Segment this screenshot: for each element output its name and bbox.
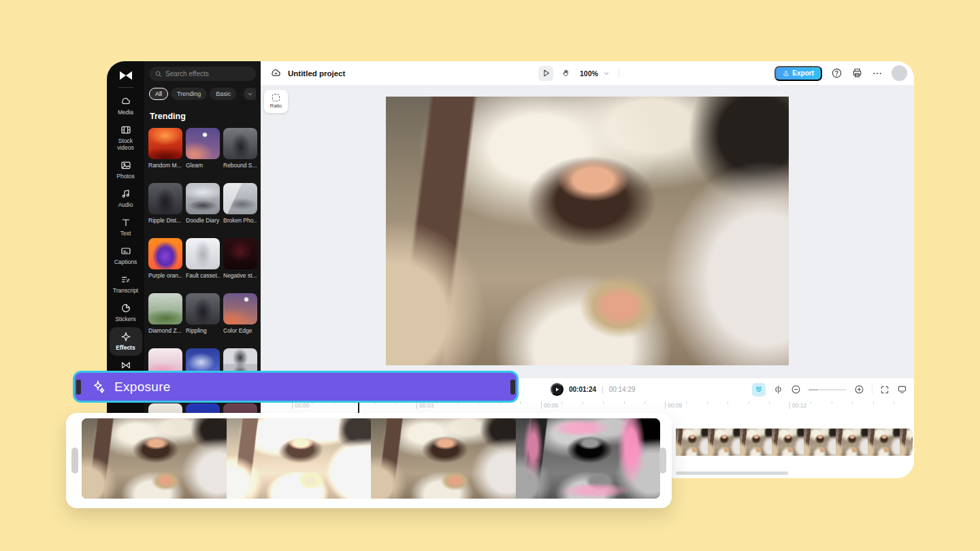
more-button[interactable] (872, 68, 883, 79)
effect-thumbnail[interactable] (148, 183, 182, 214)
video-track-clip[interactable] (676, 429, 913, 456)
sidebar-item-text[interactable]: Text (110, 213, 142, 241)
avatar[interactable] (892, 65, 907, 81)
clip-trim-handle-left[interactable] (76, 380, 81, 395)
effect-clip-label: Exposure (114, 380, 171, 395)
effect-item[interactable]: Doodle Diary (186, 183, 220, 224)
effect-label: Negative st... (223, 272, 257, 279)
effect-thumbnail[interactable] (223, 238, 257, 269)
capcut-logo-icon (118, 69, 133, 82)
sidebar-item-label: Text (120, 230, 131, 237)
stock-videos-icon (120, 124, 131, 135)
effect-label: Color Edge (223, 327, 257, 334)
cloud-sync-icon[interactable] (270, 67, 282, 79)
sidebar-item-captions[interactable]: Captions (110, 241, 142, 270)
time-separator: | (602, 386, 604, 393)
sidebar-item-label: Media (118, 109, 133, 116)
fit-timeline-button[interactable] (880, 385, 889, 395)
ratio-button[interactable]: Ratio (264, 90, 288, 113)
zoom-out-icon (791, 384, 801, 395)
sidebar-item-effects[interactable]: Effects (110, 327, 142, 356)
play-button[interactable] (551, 383, 564, 396)
ruler-tick: 00:03 (416, 402, 434, 409)
ratio-icon (272, 94, 280, 101)
effect-thumbnail[interactable] (186, 183, 220, 214)
card-handle-right[interactable] (659, 448, 666, 473)
screen-size-button[interactable] (897, 384, 907, 395)
filmstrip-frame[interactable] (82, 418, 227, 499)
card-handle-left[interactable] (71, 448, 78, 473)
effect-thumbnail[interactable] (186, 293, 220, 324)
timeline-scrollbar[interactable] (676, 471, 788, 475)
effect-thumbnail[interactable] (148, 238, 182, 269)
sidebar-item-media[interactable]: Media (110, 92, 142, 120)
snap-magnet-button[interactable] (752, 383, 766, 397)
filter-chip[interactable]: All (149, 88, 168, 100)
effect-thumbnail[interactable] (148, 128, 182, 159)
select-cursor-icon (542, 69, 551, 78)
photos-icon (120, 160, 131, 171)
filter-chip[interactable]: Trending (171, 88, 207, 100)
timeline-zoom-slider[interactable] (808, 389, 847, 390)
zoom-level[interactable]: 100% (580, 69, 598, 78)
media-icon (120, 96, 131, 107)
filter-chip[interactable]: Basic (210, 88, 237, 100)
frame-image (516, 418, 661, 499)
chevron-down-icon (247, 91, 253, 97)
filmstrip-frame[interactable] (227, 418, 372, 499)
export-button[interactable]: Export (774, 66, 822, 81)
effect-thumbnail[interactable] (186, 128, 220, 159)
effect-item[interactable]: Fault casset... (186, 238, 220, 279)
effect-item[interactable]: Purple oran... (148, 238, 182, 279)
filmstrip-frame[interactable] (516, 418, 661, 499)
effect-item[interactable]: Rippling (186, 293, 220, 334)
effect-thumbnail[interactable] (223, 183, 257, 214)
effect-thumbnail[interactable] (223, 128, 257, 159)
effect-item[interactable]: Random M... (148, 128, 182, 169)
exposure-effect-clip[interactable]: Exposure (73, 371, 519, 403)
caret-down-icon[interactable] (603, 70, 610, 77)
sidebar-item-stickers[interactable]: Stickers (110, 299, 142, 327)
video-preview[interactable] (386, 97, 789, 365)
print-button[interactable] (851, 67, 863, 79)
hand-tool-button[interactable] (558, 66, 573, 81)
top-bar: Untitled project 100% Export (261, 61, 914, 85)
zoom-out-button[interactable] (791, 384, 801, 395)
select-cursor-button[interactable] (538, 66, 553, 81)
sidebar-item-label: Photos (116, 173, 134, 180)
effects-icon (120, 331, 131, 342)
effect-thumbnail[interactable] (223, 293, 257, 324)
print-icon (851, 67, 863, 79)
effect-item[interactable]: Gleam (186, 128, 220, 169)
split-button[interactable] (773, 384, 783, 395)
effect-item[interactable]: Broken Pho... (223, 183, 257, 224)
search-input[interactable]: Search effects (149, 67, 256, 81)
sidebar-item-photos[interactable]: Photos (110, 156, 142, 184)
effect-item[interactable]: Diamond Z... (148, 293, 182, 334)
export-icon (783, 70, 789, 77)
transcript-icon (120, 274, 131, 285)
effect-thumbnail[interactable] (186, 238, 220, 269)
sidebar-item-transcript[interactable]: Transcript (110, 270, 142, 299)
zoom-in-button[interactable] (854, 384, 864, 395)
clip-trim-handle-right[interactable] (510, 380, 515, 395)
filmstrip-frame[interactable] (371, 418, 516, 499)
effect-item[interactable]: Rebound S... (223, 128, 257, 169)
sidebar-divider (118, 87, 133, 88)
sidebar-item-stock-videos[interactable]: Stock videos (110, 120, 142, 156)
transitions-icon (120, 360, 131, 371)
project-title[interactable]: Untitled project (288, 69, 345, 78)
toolbar-divider (619, 69, 619, 78)
effect-thumbnail[interactable] (148, 293, 182, 324)
help-button[interactable] (831, 67, 843, 79)
chips-expand-button[interactable] (244, 88, 256, 100)
effect-item[interactable]: Color Edge (223, 293, 257, 334)
effect-label: Broken Pho... (223, 217, 257, 224)
effect-item[interactable]: Negative st... (223, 238, 257, 279)
hand-tool-icon (561, 69, 570, 78)
sidebar-item-audio[interactable]: Audio (110, 184, 142, 213)
sidebar-item-label: Audio (118, 201, 133, 208)
effect-item[interactable]: Ripple Dist... (148, 183, 182, 224)
effect-star-icon (90, 378, 108, 396)
toolbar-divider (872, 385, 872, 394)
